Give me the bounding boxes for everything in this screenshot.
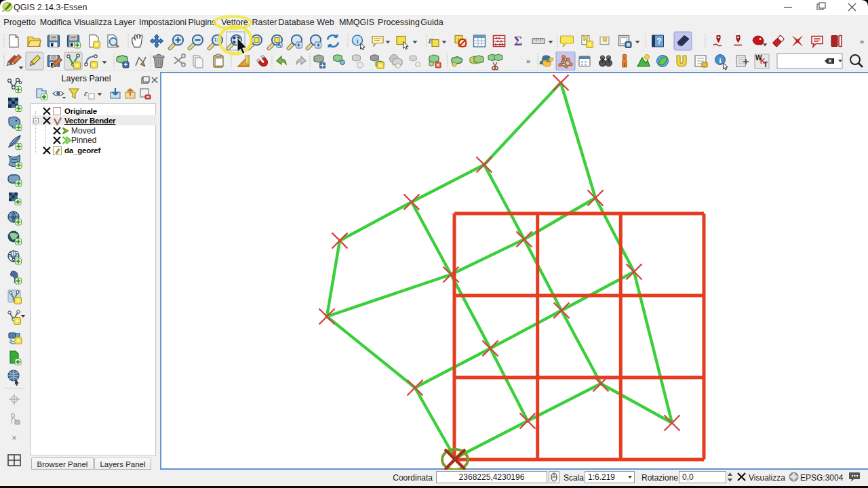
svg-text:Σ: Σ — [514, 34, 522, 48]
svg-text:ε: ε — [84, 88, 88, 98]
svg-text:»: » — [526, 57, 530, 65]
svg-text:i: i — [356, 37, 358, 45]
svg-text:i: i — [719, 56, 721, 64]
svg-text:1:1: 1:1 — [214, 37, 221, 42]
svg-text:?: ? — [656, 37, 661, 46]
svg-text:»: » — [860, 37, 864, 45]
svg-text:T: T — [764, 61, 768, 68]
svg-text:W: W — [12, 216, 16, 220]
